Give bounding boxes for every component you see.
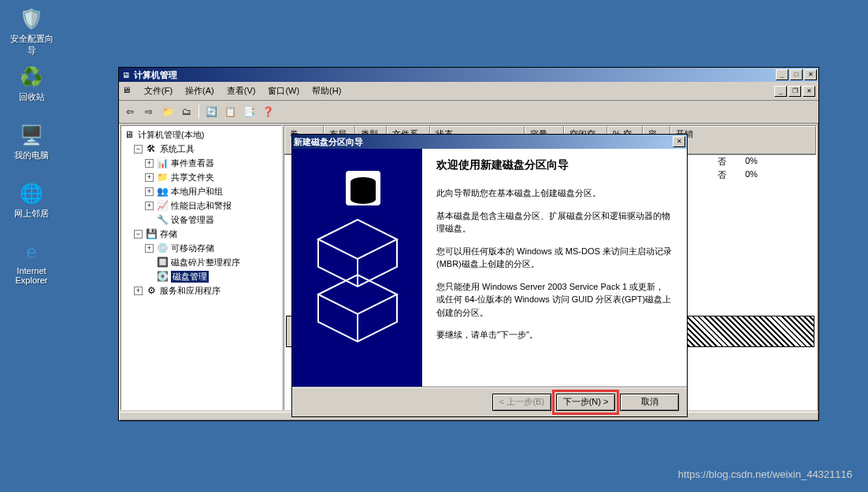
cell-overhead: 0% — [745, 169, 758, 181]
ie-icon: e — [19, 239, 44, 264]
menu-action[interactable]: 操作(A) — [179, 83, 221, 98]
disk-icon: 💽 — [156, 270, 169, 283]
menu-view[interactable]: 查看(V) — [221, 83, 262, 98]
tree-shared-folders[interactable]: +📁共享文件夹 — [123, 170, 280, 184]
computer-icon: 🖥️ — [19, 123, 44, 148]
desktop-icon-recycle[interactable]: ♻️ 回收站 — [8, 65, 55, 103]
device-icon: 🔧 — [156, 213, 169, 226]
expand-icon[interactable]: + — [145, 202, 154, 210]
desktop-icon-network[interactable]: 🌐 网上邻居 — [8, 181, 55, 220]
wizard-titlebar[interactable]: 新建磁盘分区向导 ✕ — [292, 135, 687, 149]
disk-stack-icon — [302, 165, 413, 377]
mdi-minimize-button[interactable]: _ — [774, 86, 787, 97]
menu-help[interactable]: 帮助(H) — [306, 83, 347, 98]
expand-icon[interactable]: + — [145, 244, 154, 253]
wizard-button-bar: < 上一步(B) 下一步(N) > 取消 — [292, 387, 687, 416]
wizard-close-button[interactable]: ✕ — [673, 136, 685, 147]
storage-icon: 💾 — [145, 228, 158, 240]
wizard-text-3: 您可以用任何版本的 Windows 或 MS-DOS 来访问主启动记录(MBR)… — [436, 245, 673, 271]
wizard-text-4: 您只能使用 Windows Server 2003 Service Pack 1… — [436, 280, 673, 320]
tree-device-mgr[interactable]: 🔧设备管理器 — [123, 213, 280, 227]
tree-disk-mgmt[interactable]: 💽磁盘管理 — [123, 269, 280, 283]
wizard-text-1: 此向导帮助您在基本磁盘上创建磁盘分区。 — [436, 187, 673, 200]
tools-icon: 🛠 — [145, 142, 158, 155]
up-button[interactable]: 📁 — [159, 103, 176, 120]
wizard-text-5: 要继续，请单击"下一步"。 — [436, 328, 673, 342]
wizard-banner — [292, 149, 422, 387]
cell-overhead: 0% — [745, 156, 758, 168]
mdi-restore-button[interactable]: ❐ — [788, 86, 801, 97]
perf-icon: 📈 — [156, 199, 169, 212]
desktop-icon-security[interactable]: 🛡️ 安全配置向导 — [8, 6, 55, 57]
wizard-text-2: 基本磁盘是包含主磁盘分区、扩展磁盘分区和逻辑驱动器的物理磁盘。 — [436, 209, 673, 235]
props-button[interactable]: 📑 — [240, 103, 258, 120]
tree-panel[interactable]: 🖥计算机管理(本地) −🛠系统工具 +📊事件查看器 +📁共享文件夹 +👥本地用户… — [121, 125, 282, 410]
close-button[interactable]: ✕ — [804, 69, 817, 80]
view-button[interactable]: 🗂 — [178, 103, 195, 120]
maximize-button[interactable]: □ — [790, 69, 803, 80]
desktop-icon-computer[interactable]: 🖥️ 我的电脑 — [8, 123, 55, 161]
shield-icon: 🛡️ — [19, 6, 44, 31]
forward-button[interactable]: ⇨ — [140, 103, 158, 120]
menu-file[interactable]: 文件(F) — [138, 83, 179, 98]
tree-system-tools[interactable]: −🛠系统工具 — [123, 142, 280, 156]
services-icon: ⚙ — [145, 284, 158, 297]
expand-icon[interactable]: + — [145, 159, 154, 168]
users-icon: 👥 — [156, 185, 169, 198]
new-partition-wizard: 新建磁盘分区向导 ✕ — [291, 134, 688, 417]
watermark: https://blog.csdn.net/weixin_44321116 — [678, 468, 852, 480]
titlebar[interactable]: 🖥 计算机管理 _ □ ✕ — [119, 68, 818, 82]
app-icon: 🖥 — [121, 69, 132, 80]
window-title: 计算机管理 — [134, 69, 774, 81]
removable-icon: 💿 — [156, 242, 169, 254]
defrag-icon: 🔲 — [156, 256, 169, 268]
expand-icon[interactable]: + — [145, 173, 154, 182]
menu-window[interactable]: 窗口(W) — [262, 83, 306, 98]
tree-defrag[interactable]: 🔲磁盘碎片整理程序 — [123, 255, 280, 269]
folder-icon: 📁 — [156, 171, 169, 183]
tree-event-viewer[interactable]: +📊事件查看器 — [123, 156, 280, 170]
menubar: 🖥 文件(F) 操作(A) 查看(V) 窗口(W) 帮助(H) _ ❐ ✕ — [119, 82, 818, 101]
back-button[interactable]: ⇦ — [121, 103, 139, 120]
mdi-close-button[interactable]: ✕ — [803, 86, 815, 97]
help-button[interactable]: ❓ — [259, 103, 276, 120]
wizard-title: 新建磁盘分区向导 — [294, 136, 671, 148]
next-button[interactable]: 下一步(N) > — [556, 394, 615, 411]
cell-fault: 否 — [718, 156, 745, 168]
wizard-content: 欢迎使用新建磁盘分区向导 此向导帮助您在基本磁盘上创建磁盘分区。 基本磁盘是包含… — [422, 149, 687, 387]
toolbar: ⇦ ⇨ 📁 🗂 🔄 📋 📑 ❓ — [119, 101, 818, 124]
cell-fault: 否 — [718, 169, 745, 181]
expand-icon[interactable]: + — [145, 187, 154, 196]
tree-perf-logs[interactable]: +📈性能日志和警报 — [123, 198, 280, 213]
desktop-icon-ie[interactable]: e Internet Explorer — [8, 239, 55, 285]
tree-root[interactable]: 🖥计算机管理(本地) — [123, 128, 280, 142]
collapse-icon[interactable]: − — [134, 230, 143, 239]
expand-icon[interactable]: + — [134, 287, 143, 295]
cancel-button[interactable]: 取消 — [620, 394, 679, 411]
tree-services[interactable]: +⚙服务和应用程序 — [123, 283, 280, 298]
recycle-icon: ♻️ — [19, 65, 44, 90]
menu-icon: 🖥 — [122, 85, 135, 98]
network-icon: 🌐 — [19, 181, 44, 206]
minimize-button[interactable]: _ — [776, 69, 788, 80]
separator — [198, 105, 199, 119]
tree-local-users[interactable]: +👥本地用户和组 — [123, 184, 280, 198]
computer-icon: 🖥 — [123, 128, 135, 141]
tree-storage[interactable]: −💾存储 — [123, 227, 280, 241]
wizard-heading: 欢迎使用新建磁盘分区向导 — [436, 158, 673, 172]
refresh-button[interactable]: 🔄 — [202, 103, 220, 120]
tree-removable[interactable]: +💿可移动存储 — [123, 241, 280, 255]
collapse-icon[interactable]: − — [134, 145, 143, 154]
export-button[interactable]: 📋 — [221, 103, 239, 120]
event-icon: 📊 — [156, 157, 169, 169]
col-overhead[interactable]: 开销 — [670, 126, 816, 154]
back-button: < 上一步(B) — [492, 394, 551, 411]
